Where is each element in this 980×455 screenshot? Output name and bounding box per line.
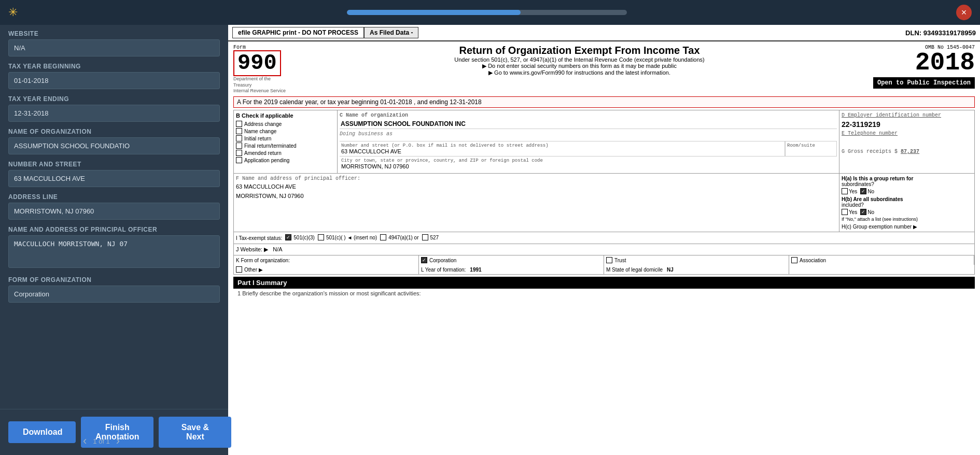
checkbox-address-change-label: Address change xyxy=(244,121,282,127)
input-tax-year-ending[interactable] xyxy=(8,105,220,122)
section-b: B Check if applicable Address change Nam… xyxy=(234,110,338,173)
progress-bar-container xyxy=(18,10,956,15)
ha-yes-box[interactable] xyxy=(842,188,848,194)
checkbox-address-change-box[interactable] xyxy=(236,121,242,127)
city-state-row: City or town, state or province, country… xyxy=(340,156,837,171)
checkbox-other-box[interactable] xyxy=(236,266,242,273)
calendar-line: A For the 2019 calendar year, or tax yea… xyxy=(233,96,975,108)
document-wrapper: efile GRAPHIC print - DO NOT PROCESS As … xyxy=(228,25,980,455)
close-button[interactable]: × xyxy=(956,5,972,20)
input-name-of-org[interactable] xyxy=(8,137,220,154)
pagination-bar: ‹ 1 of 1 › xyxy=(83,434,120,448)
checkbox-amended-return-box[interactable] xyxy=(236,150,242,156)
org-k-label: K Form of organization: xyxy=(236,258,290,263)
exempt-row: I Tax-exempt status: ✓ 501(c)(3) 501(c)(… xyxy=(236,234,972,241)
field-group-name-of-org: NAME OF ORGANIZATION xyxy=(8,128,220,154)
hb-sub: included? xyxy=(842,202,972,208)
checkbox-final-return-label: Final return/terminated xyxy=(244,143,297,149)
org-cell-label: K Form of organization: xyxy=(234,255,419,265)
hb-yes-checkbox[interactable]: Yes xyxy=(842,209,857,215)
tax-exempt-section: I Tax-exempt status: ✓ 501(c)(3) 501(c)(… xyxy=(233,232,975,244)
field-group-tax-year-beginning: TAX YEAR BEGINNING xyxy=(8,63,220,89)
website-j-section: J Website: ▶ N/A xyxy=(233,244,975,255)
ha-sub: subordinates? xyxy=(842,181,972,187)
principal-left: F Name and address of principal officer:… xyxy=(234,174,839,232)
save-next-button[interactable]: Save & Next xyxy=(159,417,231,448)
checkbox-trust-box[interactable] xyxy=(606,257,612,263)
input-form-of-org[interactable] xyxy=(8,286,220,303)
room-suite-cell: Room/suite xyxy=(785,141,837,156)
org-name-value: ASSUMPTION SCHOOL FOUNDATION INC xyxy=(340,119,837,129)
checkbox-4947: 4947(a)(1) or xyxy=(380,234,418,240)
as-filed-tab[interactable]: As Filed Data - xyxy=(364,27,418,38)
ha-yes-checkbox[interactable]: Yes xyxy=(842,188,857,194)
label-principal-officer: NAME AND ADDRESS OF PRINCIPAL OFFICER xyxy=(8,226,220,233)
principal-officer-section: F Name and address of principal officer:… xyxy=(233,174,975,232)
checkbox-527: 527 xyxy=(422,234,439,240)
checkbox-corporation-box[interactable]: ✓ xyxy=(421,257,427,263)
form-main-title: Return of Organization Exempt From Incom… xyxy=(290,45,869,56)
ha-yes-label: Yes xyxy=(849,189,857,194)
ha-no-box[interactable]: ✓ xyxy=(860,188,866,194)
field-group-website: WEBSITE xyxy=(8,30,220,56)
download-button[interactable]: Download xyxy=(8,421,76,443)
input-tax-year-beginning[interactable] xyxy=(8,72,220,89)
hb-no-checkbox[interactable]: ✓ No xyxy=(860,209,874,215)
hb-yes-box[interactable] xyxy=(842,209,848,215)
label-tax-year-beginning: TAX YEAR BEGINNING xyxy=(8,63,220,70)
page-indicator: 1 of 1 xyxy=(93,437,110,445)
checkbox-trust-label: Trust xyxy=(614,258,626,263)
progress-track xyxy=(347,10,627,15)
checkbox-501c-box[interactable] xyxy=(318,234,324,240)
open-public-label: Open to Public Inspection xyxy=(873,77,975,89)
input-number-street[interactable] xyxy=(8,170,220,187)
checkbox-initial-return-box[interactable] xyxy=(236,135,242,141)
dept-text: Department of theTreasuryInternal Revenu… xyxy=(233,76,286,94)
hb-note: If "No," attach a list (see instructions… xyxy=(842,217,972,222)
form-year-block: OMB No 1545-0047 2018 Open to Public Ins… xyxy=(873,45,975,89)
prev-page-button[interactable]: ‹ xyxy=(83,434,87,448)
org-cell-year-formed: L Year of formation: 1991 xyxy=(419,265,604,274)
year-formed-value: 1991 xyxy=(470,267,481,273)
dln-number: DLN: 93493319178959 xyxy=(905,29,976,37)
doing-business-label: Doing business as xyxy=(340,131,837,137)
checkbox-final-return-box[interactable] xyxy=(236,143,242,149)
checkbox-application-pending-box[interactable] xyxy=(236,157,242,163)
form-subtitle1: Under section 501(c), 527, or 4947(a)(1)… xyxy=(290,56,869,63)
input-address-line[interactable] xyxy=(8,203,220,220)
label-tax-year-ending: TAX YEAR ENDING xyxy=(8,95,220,103)
phone-value xyxy=(842,136,972,145)
hb-no-box[interactable]: ✓ xyxy=(860,209,866,215)
efile-tab[interactable]: efile GRAPHIC print - DO NOT PROCESS xyxy=(232,27,364,38)
label-address-line: ADDRESS LINE xyxy=(8,193,220,201)
checkbox-501c3-box[interactable]: ✓ xyxy=(285,234,291,240)
action-bar: Download Finish Annotation Save & Next xyxy=(0,409,228,455)
checkbox-association-box[interactable] xyxy=(791,257,797,263)
field-group-form-of-org: FORM OF ORGANIZATION xyxy=(8,276,220,303)
document-header-bar: efile GRAPHIC print - DO NOT PROCESS As … xyxy=(228,25,980,41)
ha-no-checkbox[interactable]: ✓ No xyxy=(860,188,874,194)
address-cell: Number and street (or P.O. box if mail i… xyxy=(340,141,785,156)
form-990-number: 990 xyxy=(233,50,281,76)
checkbox-501c3: ✓ 501(c)(3) xyxy=(285,234,315,240)
input-principal-officer[interactable]: MACCULLOCH MORRISTOWN, NJ 07 xyxy=(8,235,220,268)
hb-yes-label: Yes xyxy=(849,209,857,215)
form-year: 2018 xyxy=(873,50,975,75)
next-page-button[interactable]: › xyxy=(116,434,120,448)
right-panel[interactable]: efile GRAPHIC print - DO NOT PROCESS As … xyxy=(228,25,980,455)
checkbox-4947-box[interactable] xyxy=(380,234,386,240)
checkbox-amended-return: Amended return xyxy=(236,150,335,156)
org-cell-corporation: ✓ Corporation xyxy=(419,255,604,265)
input-website[interactable] xyxy=(8,39,220,56)
org-cell-association: Association xyxy=(789,255,974,265)
checkbox-527-box[interactable] xyxy=(422,234,428,240)
state-legal-value: NJ xyxy=(667,267,674,273)
ha-label: H(a) Is this a group return for xyxy=(842,176,972,181)
principal-f-label: F Name and address of principal officer: xyxy=(236,176,837,181)
phone-label: E Telephone number xyxy=(842,131,972,136)
checkbox-501c-label: 501(c)( ) ◄ (insert no) xyxy=(326,235,377,240)
checkbox-association-label: Association xyxy=(800,258,826,263)
checkbox-name-change-box[interactable] xyxy=(236,128,242,134)
field-group-number-street: NUMBER AND STREET xyxy=(8,161,220,187)
top-bar: ✳ × xyxy=(0,0,980,25)
